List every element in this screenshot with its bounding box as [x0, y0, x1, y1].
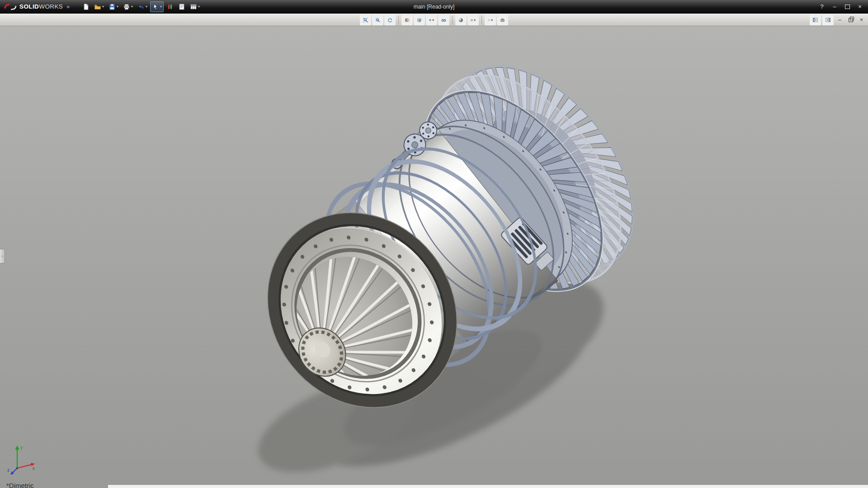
- apply-scene-icon: [471, 16, 473, 24]
- close-button[interactable]: ×: [854, 2, 865, 11]
- new-document-icon: [82, 3, 90, 10]
- dropdown-arrow-icon: ▾: [491, 18, 493, 22]
- restore-icon: [849, 18, 853, 22]
- new-document-button[interactable]: [80, 1, 91, 12]
- print-icon: [123, 3, 130, 10]
- camera-icon: [500, 16, 505, 24]
- print-button[interactable]: ▾: [121, 1, 135, 12]
- view-settings-eye-icon: [488, 16, 490, 24]
- zoom-to-area-button[interactable]: [372, 14, 383, 25]
- view-orientation-label: *Dimetric: [6, 482, 34, 488]
- dropdown-arrow-icon: ▾: [146, 5, 147, 9]
- hide-show-items-button[interactable]: [438, 14, 449, 25]
- window-controls: ? – ×: [816, 2, 868, 11]
- dropdown-arrow-icon: ▾: [160, 5, 162, 9]
- orientation-triad[interactable]: y x z: [5, 442, 42, 478]
- view-tools-group: ▾ ▾: [360, 14, 508, 26]
- document-window-controls: – ×: [810, 14, 866, 26]
- open-button[interactable]: ▾: [92, 1, 106, 12]
- y-axis-arrow: [15, 446, 19, 450]
- previous-view-icon: [387, 16, 392, 24]
- x-axis-label: x: [33, 466, 35, 471]
- dropdown-arrow-icon: ▾: [102, 5, 104, 9]
- app-logo: SOLIDWORKS »: [0, 3, 73, 11]
- display-style-icon: [429, 16, 431, 24]
- display-style-button[interactable]: ▾: [426, 14, 437, 25]
- featuremanager-collapsed-tab[interactable]: ‹: [0, 249, 5, 263]
- undo-button[interactable]: ▾: [136, 1, 149, 12]
- quick-access-toolbar: ▾ ▾ ▾ ▾: [80, 1, 202, 12]
- maximize-icon: [845, 5, 850, 9]
- save-button[interactable]: ▾: [107, 1, 120, 12]
- zoom-to-fit-icon: [363, 16, 368, 24]
- solidworks-logo-icon: [4, 3, 17, 11]
- doc-minimize-button[interactable]: –: [835, 15, 844, 24]
- toolbar-separator: [481, 16, 482, 24]
- menu-expand-arrow[interactable]: »: [66, 4, 70, 10]
- brand-works: WORKS: [39, 3, 63, 10]
- view-settings-button[interactable]: ▾: [485, 14, 496, 25]
- status-bar: [108, 484, 868, 488]
- dropdown-arrow-icon: ▾: [474, 18, 476, 22]
- zoom-to-area-icon: [375, 16, 380, 24]
- doc-restore-button[interactable]: [846, 15, 855, 24]
- design-table-button[interactable]: ▾: [188, 1, 202, 12]
- view-orientation-button[interactable]: [414, 14, 425, 25]
- maximize-button[interactable]: [842, 2, 853, 11]
- selection-filter-icon: [166, 3, 174, 10]
- save-icon: [108, 3, 116, 10]
- section-view-button[interactable]: [401, 14, 413, 25]
- open-folder-icon: [94, 3, 101, 10]
- toolbar-separator: [452, 16, 453, 24]
- viewport-canvas[interactable]: [0, 26, 868, 488]
- selection-filter-button[interactable]: [165, 1, 175, 12]
- appearance-sphere-icon: [458, 16, 463, 24]
- section-view-icon: [405, 16, 410, 24]
- table-icon: [190, 3, 197, 10]
- brand-solid: SOLID: [19, 3, 39, 10]
- view-orientation-cube-icon: [417, 16, 422, 24]
- pane-left-icon: [813, 17, 818, 23]
- apply-scene-button[interactable]: ▾: [467, 14, 479, 25]
- dropdown-arrow-icon: ▾: [198, 5, 200, 9]
- brand-text: SOLIDWORKS: [19, 3, 63, 10]
- properties-button[interactable]: [176, 1, 187, 12]
- edit-appearance-button[interactable]: [455, 14, 467, 25]
- toolbar-separator: [398, 16, 399, 24]
- help-button[interactable]: ?: [816, 2, 827, 11]
- zoom-to-fit-button[interactable]: [360, 14, 371, 25]
- toggle-feature-pane-button[interactable]: [810, 14, 821, 25]
- minimize-button[interactable]: –: [829, 2, 840, 11]
- doc-close-button[interactable]: ×: [857, 15, 866, 24]
- dropdown-arrow-icon: ▾: [432, 18, 434, 22]
- titlebar: SOLIDWORKS » ▾ ▾: [0, 0, 868, 14]
- pane-right-icon: [826, 17, 830, 23]
- y-axis-label: y: [20, 445, 23, 450]
- hide-show-glasses-icon: [441, 16, 446, 24]
- camera-button[interactable]: [497, 14, 508, 25]
- 3d-viewport[interactable]: y x z *Dimetric: [0, 26, 868, 488]
- document-title: main [Read-only]: [414, 4, 455, 10]
- previous-view-button[interactable]: [384, 14, 396, 25]
- dropdown-arrow-icon: ▾: [117, 5, 118, 9]
- select-cursor-icon: [152, 3, 159, 10]
- heads-up-view-toolbar: ▾ ▾: [0, 14, 868, 26]
- properties-sheet-icon: [178, 3, 185, 10]
- select-tool-button[interactable]: ▾: [150, 1, 164, 12]
- dropdown-arrow-icon: ▾: [131, 5, 133, 9]
- toggle-task-pane-button[interactable]: [822, 14, 834, 25]
- z-axis-label: z: [7, 468, 9, 473]
- undo-icon: [137, 3, 145, 10]
